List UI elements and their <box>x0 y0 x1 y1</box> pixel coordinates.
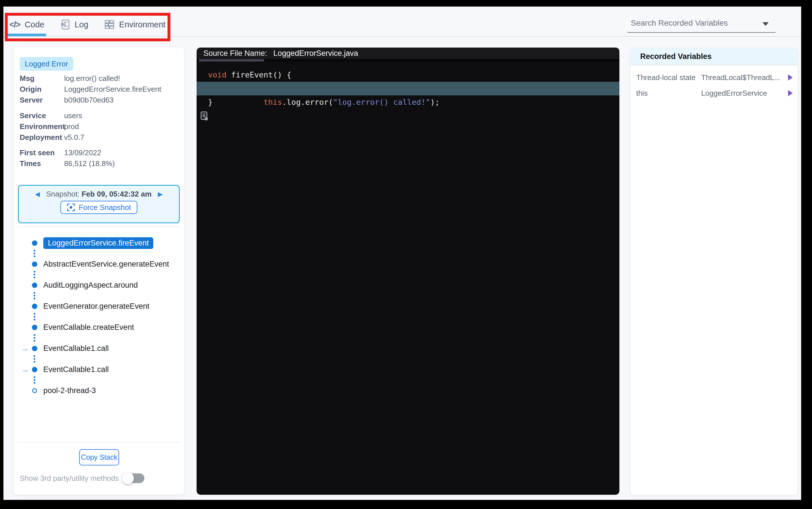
tab-code-label: Code <box>25 20 44 29</box>
stack-connector <box>30 334 39 342</box>
variable-row[interactable]: this LoggedErrorService <box>631 87 798 100</box>
detail-row-msg: Msg log.error() called! <box>20 73 178 84</box>
editor-tab-indicator <box>199 59 264 62</box>
stack-frame[interactable]: AuditLoggingAspect.around <box>14 279 184 292</box>
error-metadata: Msg log.error() called! Origin LoggedErr… <box>20 73 178 169</box>
stack-frame[interactable]: → EventCallable1.call <box>14 342 184 354</box>
frame-dot-icon <box>32 240 37 246</box>
third-party-toggle-label: Show 3rd party/utility methods <box>20 474 119 483</box>
detail-row-times: Times 86,512 (18.8%) <box>20 158 178 169</box>
editor-header-strip <box>197 59 619 62</box>
variable-name: Thread-local state <box>636 73 696 82</box>
section-divider <box>18 227 181 227</box>
force-snapshot-button[interactable]: Force Snapshot <box>60 201 137 214</box>
section-divider <box>18 442 181 443</box>
variable-value: LoggedErrorService <box>701 89 767 98</box>
stack-frame[interactable]: EventCallable.createEvent <box>14 321 184 334</box>
search-recorded-variables-select[interactable]: Search Recorded Variables <box>628 14 776 33</box>
stack-frame-label-selected[interactable]: LoggedErrorService.fireEvent <box>43 237 153 249</box>
copy-stack-button[interactable]: Copy Stack <box>79 449 119 466</box>
source-file-name-value: LoggedErrorService.java <box>273 49 358 58</box>
tab-log[interactable]: LOG Log <box>60 19 88 30</box>
stack-frame-label[interactable]: EventCallable1.call <box>43 365 109 374</box>
topbar-divider <box>3 36 801 37</box>
stack-frame[interactable]: AbstractEventService.generateEvent <box>14 258 184 270</box>
frame-dot-icon <box>32 282 37 288</box>
code-view: void fireEvent() { this.log.error("log.e… <box>197 62 619 109</box>
stack-connector <box>30 354 39 363</box>
snapshot-navigator: ◀ Snapshot: Feb 09, 05:42:32 am ▶ Force … <box>18 185 180 223</box>
frame-dot-icon <box>32 262 37 267</box>
variable-value: ThreadLocal$ThreadL... <box>701 73 780 82</box>
search-placeholder: Search Recorded Variables <box>631 19 728 28</box>
logged-error-badge: Logged Error <box>20 57 73 71</box>
detail-row-environment: Environment prod <box>20 121 178 132</box>
environment-grid-icon <box>104 20 114 30</box>
toggle-knob <box>122 472 134 484</box>
code-line: void fireEvent() { <box>197 68 619 82</box>
snapshot-next-button[interactable]: ▶ <box>158 191 163 197</box>
frame-dot-icon <box>32 346 37 351</box>
detail-row-first-seen: First seen 13/09/2022 <box>20 147 178 158</box>
variable-row[interactable]: Thread-local state ThreadLocal$ThreadL..… <box>631 71 798 84</box>
svg-text:LOG: LOG <box>62 24 66 26</box>
stack-connector <box>30 376 39 384</box>
recorded-variables-header: Recorded Variables <box>631 48 798 65</box>
tab-log-label: Log <box>75 20 88 29</box>
stack-frame[interactable]: EventGenerator.generateEvent <box>14 300 184 312</box>
error-details-panel: Logged Error Msg log.error() called! Ori… <box>13 47 184 495</box>
stack-frame[interactable]: → EventCallable1.call <box>14 363 184 376</box>
tab-bar: </> Code LOG Log <box>9 15 166 34</box>
frame-dot-icon <box>32 367 37 372</box>
current-frame-arrow-icon: → <box>21 344 30 352</box>
logpoint-document-icon[interactable] <box>201 84 247 148</box>
recorded-variables-title: Recorded Variables <box>640 52 712 61</box>
variable-name: this <box>636 89 648 98</box>
stack-frame-label[interactable]: EventCallable.createEvent <box>43 323 134 332</box>
tab-code[interactable]: </> Code <box>9 20 44 29</box>
code-editor-panel: Source File Name: LoggedErrorService.jav… <box>197 47 619 495</box>
code-brackets-icon: </> <box>9 20 20 29</box>
expand-arrow-icon[interactable] <box>788 74 792 80</box>
expand-arrow-icon[interactable] <box>788 90 792 96</box>
detail-row-deployment: Deployment v5.0.7 <box>20 132 178 143</box>
stack-thread-row[interactable]: pool-2-thread-3 <box>14 384 184 397</box>
force-snapshot-icon <box>67 203 75 212</box>
stack-frame-label[interactable]: AuditLoggingAspect.around <box>43 281 138 290</box>
third-party-toggle-switch[interactable] <box>123 473 144 483</box>
active-tab-underline <box>6 34 46 36</box>
source-file-name-label: Source File Name: <box>203 49 267 58</box>
snapshot-prev-button[interactable]: ◀ <box>35 191 40 197</box>
detail-row-service: Service users <box>20 110 178 121</box>
stack-frame[interactable]: LoggedErrorService.fireEvent <box>14 237 184 249</box>
detail-row-origin: Origin LoggedErrorService.fireEvent <box>20 84 178 95</box>
frame-dot-icon <box>32 304 37 309</box>
recorded-variables-panel: Recorded Variables Thread-local state Th… <box>630 48 798 495</box>
stack-frame-label[interactable]: AbstractEventService.generateEvent <box>43 260 169 269</box>
force-snapshot-label: Force Snapshot <box>79 203 131 212</box>
app-window: </> Code LOG Log <box>3 6 801 500</box>
stack-connector <box>30 249 39 258</box>
stack-connector <box>30 312 39 321</box>
code-line-highlighted[interactable]: this.log.error("log.error() called!"); <box>197 82 619 95</box>
log-document-icon: LOG <box>60 19 70 30</box>
editor-header: Source File Name: LoggedErrorService.jav… <box>197 47 619 59</box>
stack-frame-label[interactable]: EventCallable1.call <box>43 344 109 353</box>
stack-trace-list: LoggedErrorService.fireEvent AbstractEve… <box>14 237 184 397</box>
current-frame-arrow-icon: → <box>21 365 30 374</box>
tab-environment-label: Environment <box>119 20 166 29</box>
thread-dot-icon <box>32 388 37 393</box>
thread-name-label[interactable]: pool-2-thread-3 <box>43 386 96 395</box>
stack-frame-label[interactable]: EventGenerator.generateEvent <box>43 302 149 311</box>
stack-connector <box>30 292 39 300</box>
frame-dot-icon <box>32 325 37 330</box>
snapshot-timestamp: Snapshot: Feb 09, 05:42:32 am <box>46 190 151 199</box>
detail-row-server: Server b09d0b70ed63 <box>20 95 178 105</box>
dropdown-caret-icon <box>763 22 769 26</box>
tab-environment[interactable]: Environment <box>104 20 166 30</box>
third-party-toggle-row: Show 3rd party/utility methods <box>20 471 178 485</box>
stack-connector <box>30 270 39 279</box>
